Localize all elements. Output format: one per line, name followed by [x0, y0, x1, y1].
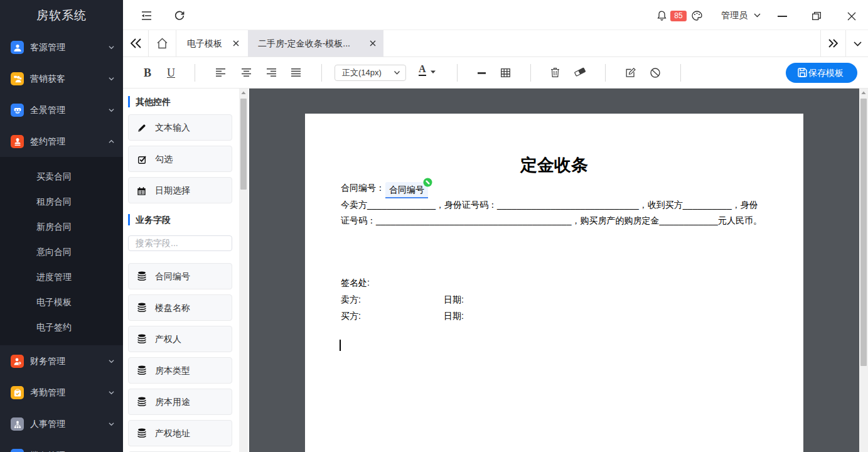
svg-text:¥: ¥	[19, 362, 20, 364]
